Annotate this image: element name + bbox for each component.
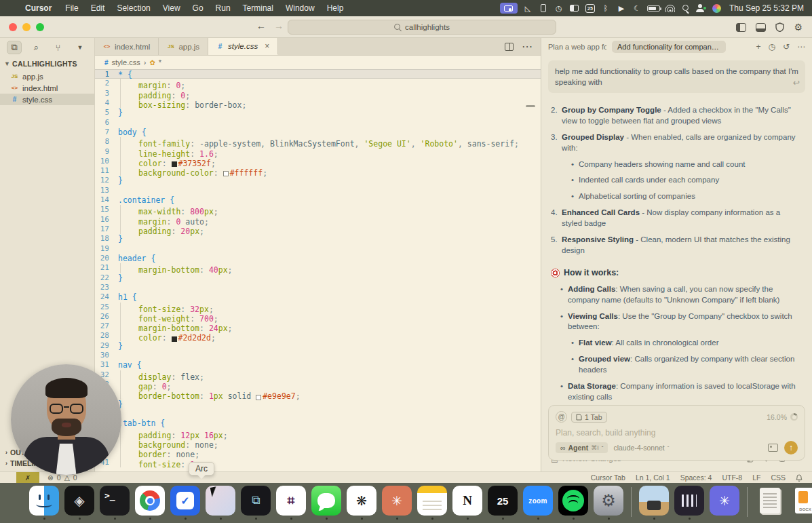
- dock-icon-audio[interactable]: [674, 486, 705, 520]
- dock-icon-messages[interactable]: [311, 486, 342, 520]
- sidebar-search-icon[interactable]: ⌕: [28, 41, 43, 54]
- dock-icon-terminal[interactable]: >_: [99, 486, 130, 520]
- code-line[interactable]: 34border-bottom: 1px solid #e9e9e7;: [95, 389, 541, 399]
- dock-icon-cube[interactable]: ◈: [64, 486, 95, 520]
- code-line[interactable]: 19: [95, 244, 541, 254]
- code-line[interactable]: 15max-width: 800px;: [95, 205, 541, 214]
- code-line[interactable]: 7body {: [95, 128, 541, 137]
- code-line[interactable]: 3padding: 0;: [95, 89, 541, 98]
- tab-index.html[interactable]: <>index.html: [95, 38, 159, 55]
- code-line[interactable]: 32display: flex;: [95, 370, 541, 380]
- breadcrumb[interactable]: # style.css › ✿ *: [95, 56, 541, 69]
- code-line[interactable]: 4box-sizing: border-box;: [95, 98, 541, 108]
- dock-icon-docs[interactable]: [754, 486, 786, 520]
- code-line[interactable]: 6: [95, 118, 541, 128]
- status-ln-1-col-1[interactable]: Ln 1, Col 1: [636, 473, 670, 482]
- code-line[interactable]: 26font-weight: 700;: [95, 312, 541, 322]
- add-context-button[interactable]: @: [556, 411, 567, 423]
- menu-edit[interactable]: Edit: [85, 3, 111, 13]
- shield-icon[interactable]: [775, 22, 784, 32]
- menu-go[interactable]: Go: [187, 3, 210, 13]
- model-selector[interactable]: claude-4-sonnet ˆ: [613, 444, 669, 452]
- menu-bar-clock[interactable]: Thu Sep 25 5:32 PM: [729, 3, 804, 13]
- code-line[interactable]: 16margin: 0 auto;: [95, 215, 541, 225]
- dock-icon-finder[interactable]: [28, 486, 60, 520]
- remote-indicator-button[interactable]: ✗: [16, 472, 39, 484]
- tab-style.css[interactable]: #style.css×: [208, 38, 278, 55]
- toggle-primary-sidebar-icon[interactable]: [736, 23, 746, 32]
- device-icon[interactable]: [538, 3, 549, 14]
- explorer-root-folder[interactable]: ▼ CALLHIGHLIGHTS: [0, 57, 94, 71]
- dock-icon-things[interactable]: ✓: [170, 486, 201, 520]
- dock-icon-notes[interactable]: [417, 486, 448, 520]
- code-line[interactable]: 28color: #2d2d2d;: [95, 331, 541, 341]
- menu-run[interactable]: Run: [210, 3, 237, 13]
- code-line[interactable]: 17padding: 20px;: [95, 225, 541, 234]
- user-switcher-icon[interactable]: [696, 3, 707, 14]
- code-line[interactable]: 23: [95, 283, 541, 292]
- dock-icon-chrome[interactable]: [134, 486, 166, 520]
- dock-icon-reflect[interactable]: ✳: [709, 486, 740, 520]
- code-line[interactable]: 10color: #37352f;: [95, 157, 541, 166]
- code-line[interactable]: 30: [95, 351, 541, 360]
- code-line[interactable]: 27margin-bottom: 24px;: [95, 322, 541, 331]
- code-line[interactable]: 40border: none;: [95, 448, 541, 457]
- app-menu-cursor[interactable]: Cursor: [19, 0, 58, 16]
- restore-checkpoint-icon[interactable]: ↩: [793, 77, 800, 89]
- status-css[interactable]: CSS: [771, 473, 786, 482]
- code-line[interactable]: 25font-size: 32px;: [95, 303, 541, 312]
- menu-view[interactable]: View: [157, 3, 187, 13]
- send-button[interactable]: ↑: [784, 441, 798, 454]
- split-editor-icon[interactable]: [505, 43, 514, 51]
- scrollbar-thumb[interactable]: [526, 105, 535, 107]
- calendar-icon[interactable]: 25: [585, 3, 596, 14]
- dock-icon-preview[interactable]: [638, 486, 670, 520]
- chat-tab-previous[interactable]: Plan a web app for: [548, 43, 606, 51]
- menu-selection[interactable]: Selection: [111, 3, 156, 13]
- focus-moon-icon[interactable]: ☾: [632, 3, 642, 14]
- menu-help[interactable]: Help: [321, 3, 350, 13]
- code-line[interactable]: 21margin-bottom: 40px;: [95, 263, 541, 273]
- close-window-button[interactable]: [9, 23, 17, 31]
- dock-icon-notion[interactable]: N: [452, 486, 483, 520]
- tab-app.js[interactable]: JSapp.js: [159, 38, 208, 55]
- code-line[interactable]: 13: [95, 186, 541, 195]
- status-lf[interactable]: LF: [752, 473, 760, 482]
- window-manager-icon[interactable]: [569, 3, 580, 14]
- status-cursor-tab[interactable]: Cursor Tab: [591, 473, 625, 482]
- code-line[interactable]: 20header {: [95, 254, 541, 263]
- more-views-chevron-icon[interactable]: ▼: [73, 41, 88, 54]
- code-line[interactable]: 41font-size: 1: [95, 458, 541, 467]
- bluetooth-icon[interactable]: ᛒ: [600, 3, 611, 14]
- menu-file[interactable]: File: [59, 3, 84, 13]
- code-line[interactable]: 36: [95, 409, 541, 419]
- command-search-input[interactable]: callhighlights: [288, 20, 556, 35]
- dock-icon-claude[interactable]: ✳: [381, 486, 412, 520]
- code-line[interactable]: 14.container {: [95, 195, 541, 205]
- code-line[interactable]: 39background: none;: [95, 438, 541, 448]
- chat-more-icon[interactable]: ⋯: [797, 42, 805, 52]
- play-icon[interactable]: ▶: [616, 3, 627, 14]
- file-item-app.js[interactable]: JSapp.js: [0, 71, 94, 82]
- code-line[interactable]: 11background-color: #ffffff;: [95, 166, 541, 176]
- file-item-style.css[interactable]: #style.css: [0, 94, 94, 105]
- explorer-view-icon[interactable]: ⧉: [7, 41, 22, 54]
- dock-icon-zoom[interactable]: zoom: [522, 486, 554, 520]
- history-back-button[interactable]: ←: [256, 20, 266, 31]
- dock-icon-settings[interactable]: ⚙: [593, 486, 624, 520]
- menu-terminal[interactable]: Terminal: [237, 3, 279, 13]
- chat-tab-active[interactable]: Add functionality for company-b: [612, 41, 726, 53]
- code-line[interactable]: 1* {: [95, 69, 541, 79]
- code-line[interactable]: 33gap: 0;: [95, 380, 541, 389]
- attach-image-icon[interactable]: [768, 444, 778, 452]
- spotlight-icon[interactable]: [680, 3, 691, 14]
- code-line[interactable]: 37.tab-btn {: [95, 419, 541, 428]
- dock-icon-spotify[interactable]: [558, 486, 589, 520]
- shape-tool-icon[interactable]: ◺: [522, 3, 533, 14]
- status-spaces-4[interactable]: Spaces: 4: [680, 473, 712, 482]
- close-tab-icon[interactable]: ×: [265, 41, 269, 51]
- wifi-icon[interactable]: [665, 3, 676, 14]
- color-wheel-icon[interactable]: [712, 3, 722, 14]
- battery-icon[interactable]: [647, 3, 660, 14]
- history-forward-button[interactable]: →: [274, 20, 284, 31]
